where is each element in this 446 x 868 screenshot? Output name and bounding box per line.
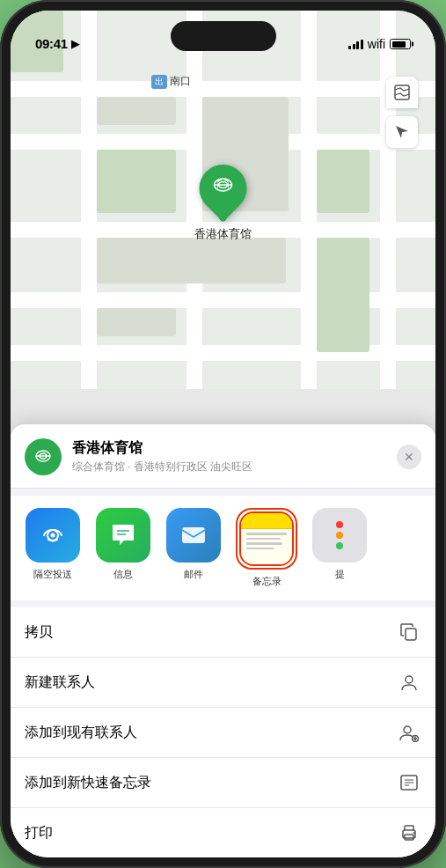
block-5 [97, 238, 286, 283]
close-icon: ✕ [404, 450, 414, 464]
location-icon: ▶ [71, 37, 80, 50]
airdrop-icon [26, 508, 80, 563]
wifi-icon: wifi [368, 37, 385, 51]
more-dot-green [336, 542, 343, 549]
block-1 [97, 97, 176, 125]
action-copy-label: 拷贝 [25, 623, 53, 642]
road-v-3 [301, 11, 317, 389]
block-8 [317, 238, 369, 352]
print-icon [397, 820, 421, 845]
notes-line-3 [246, 542, 282, 545]
stadium-icon [211, 173, 236, 198]
more-icon [312, 508, 367, 563]
map-label-tag: 出 [151, 75, 167, 89]
map-label: 出 南口 [151, 74, 191, 89]
signal-bar-2 [353, 44, 355, 49]
share-more[interactable]: 提 [311, 508, 368, 588]
svg-point-18 [404, 726, 411, 733]
venue-subtitle: 综合体育馆 · 香港特别行政区 油尖旺区 [72, 460, 386, 474]
message-icon [96, 508, 150, 563]
svg-rect-0 [395, 85, 409, 99]
more-dot-red [336, 521, 343, 528]
action-print-label: 打印 [25, 824, 53, 842]
action-add-notes[interactable]: 添加到新快速备忘录 [11, 758, 435, 808]
svg-point-28 [413, 832, 415, 834]
bottom-sheet: 香港体育馆 综合体育馆 · 香港特别行政区 油尖旺区 ✕ [11, 424, 435, 857]
battery-fill [392, 41, 406, 48]
notes-body [241, 529, 292, 564]
phone-frame: 09:41 ▶ wifi [0, 0, 446, 868]
map-controls [386, 77, 418, 148]
share-mail[interactable]: 邮件 [165, 508, 222, 588]
share-message[interactable]: 信息 [95, 508, 151, 588]
svg-point-12 [51, 533, 55, 538]
venue-name: 香港体育馆 [72, 439, 386, 458]
notes-header [241, 513, 292, 529]
block-2 [97, 150, 176, 213]
action-new-contact[interactable]: 新建联系人 [11, 658, 435, 708]
dynamic-island [171, 21, 276, 51]
notes-selected-border [236, 508, 297, 570]
copy-icon [397, 620, 421, 644]
notes-line-4 [246, 548, 274, 550]
more-dot-yellow [336, 532, 343, 539]
share-notes[interactable]: 备忘录 [236, 508, 297, 588]
add-notes-icon [397, 770, 421, 795]
action-add-notes-label: 添加到新快速备忘录 [25, 774, 151, 792]
road-h-1 [11, 81, 435, 97]
signal-bar-3 [356, 41, 359, 49]
map-area: 出 南口 [11, 11, 435, 389]
map-view-button[interactable] [386, 77, 418, 108]
action-copy[interactable]: 拷贝 [11, 607, 435, 658]
svg-rect-16 [406, 629, 416, 640]
share-row: 隔空投送 信息 [11, 496, 435, 600]
battery-icon [390, 39, 411, 49]
signal-bars [348, 40, 363, 49]
action-print[interactable]: 打印 [11, 808, 435, 857]
road-h-4 [11, 292, 435, 308]
stadium-pin-inner [211, 173, 236, 203]
notes-label: 备忘录 [252, 575, 281, 588]
map-view-icon [393, 84, 411, 101]
action-add-existing[interactable]: 添加到现有联系人 [11, 708, 435, 758]
map-label-text: 南口 [170, 74, 191, 89]
block-4 [317, 150, 369, 213]
svg-rect-15 [182, 527, 205, 543]
mail-label: 邮件 [184, 568, 203, 581]
share-airdrop[interactable]: 隔空投送 [25, 508, 81, 588]
more-label: 提 [335, 568, 345, 581]
road-v-4 [380, 11, 396, 389]
action-list: 拷贝 新建联系人 [11, 607, 435, 857]
notes-line-1 [246, 533, 287, 535]
status-time: 09:41 [35, 36, 68, 51]
close-button[interactable]: ✕ [397, 445, 421, 469]
location-arrow-icon [394, 124, 410, 140]
stadium-name-label: 香港体育馆 [194, 226, 252, 242]
venue-info: 香港体育馆 综合体育馆 · 香港特别行政区 油尖旺区 [72, 439, 386, 474]
signal-bar-1 [348, 46, 351, 49]
block-6 [97, 308, 176, 336]
venue-icon [25, 438, 62, 475]
stadium-marker: 香港体育馆 [194, 165, 252, 242]
road-h-5 [11, 345, 435, 361]
action-new-contact-label: 新建联系人 [25, 673, 95, 692]
svg-point-17 [406, 676, 413, 683]
road-v-1 [81, 11, 97, 389]
svg-rect-27 [405, 835, 413, 840]
airdrop-label: 隔空投送 [33, 568, 72, 581]
location-button[interactable] [386, 116, 418, 148]
message-label: 信息 [113, 568, 133, 581]
signal-bar-4 [361, 40, 363, 49]
sheet-header: 香港体育馆 综合体育馆 · 香港特别行政区 油尖旺区 ✕ [11, 424, 435, 489]
add-existing-icon [397, 720, 421, 745]
action-add-existing-label: 添加到现有联系人 [25, 724, 137, 742]
status-icons: wifi [348, 37, 411, 51]
notes-line-2 [246, 538, 281, 541]
stadium-pin [189, 155, 256, 222]
phone-screen: 09:41 ▶ wifi [11, 11, 435, 857]
mail-icon [166, 508, 221, 563]
new-contact-icon [397, 670, 421, 695]
notes-icon [239, 511, 294, 566]
